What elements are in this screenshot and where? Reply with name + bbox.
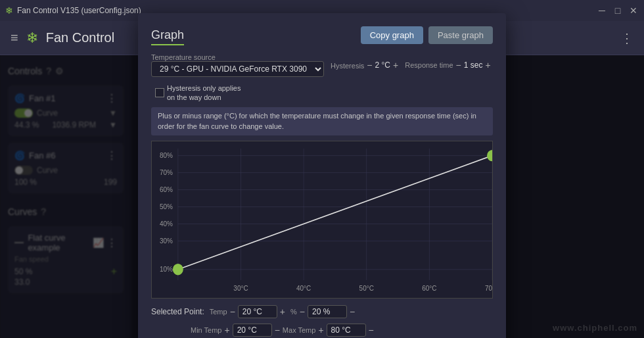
svg-point-27 — [488, 151, 492, 160]
title-bar-icon: ❄ — [5, 5, 13, 16]
title-bar-controls: ─ □ ✕ — [597, 5, 639, 16]
more-options-icon[interactable]: ⋮ — [620, 30, 633, 46]
percent-field-group: % − − — [290, 305, 355, 318]
temp-field-input[interactable] — [238, 305, 277, 318]
response-time-minus-btn[interactable]: − — [456, 60, 461, 70]
min-max-dash: − — [275, 325, 280, 335]
temp-plus-btn[interactable]: + — [280, 306, 285, 317]
svg-text:50%: 50% — [160, 203, 173, 210]
graph-svg: 80% 70% 60% 50% 40% 30% 10% 30°C 40°C 50… — [152, 141, 492, 298]
maximize-button[interactable]: □ — [612, 5, 623, 16]
percent-minus-btn[interactable]: − — [300, 306, 305, 317]
percent-minus-dash: − — [350, 306, 355, 317]
svg-text:30°C: 30°C — [233, 285, 248, 292]
title-bar-text: Fan Control V135 (userConfig.json) — [17, 6, 141, 15]
minimize-button[interactable]: ─ — [597, 5, 607, 16]
svg-text:40°C: 40°C — [296, 285, 311, 292]
title-bar-left: ❄ Fan Control V135 (userConfig.json) — [5, 5, 141, 16]
tooltip-bar: Plus or minus range (°C) for which the t… — [151, 107, 493, 135]
app-title: Fan Control — [46, 30, 115, 45]
svg-text:60°C: 60°C — [422, 285, 437, 292]
svg-text:50°C: 50°C — [359, 285, 375, 292]
percent-field-input[interactable] — [308, 305, 347, 318]
hysteresis-label: Hysteresis — [331, 59, 364, 71]
min-max-group: Min Temp + − Max Temp + − — [191, 324, 374, 337]
svg-text:80%: 80% — [160, 152, 173, 159]
temp-source-group: Temperature source 29 °C - GPU - NVIDIA … — [151, 55, 324, 77]
svg-text:40%: 40% — [160, 220, 173, 228]
selected-point-row: Selected Point: Temp − + % − − Min Temp … — [151, 305, 493, 337]
svg-text:70°C: 70°C — [485, 285, 492, 292]
svg-text:30%: 30% — [160, 237, 173, 245]
graph-area[interactable]: 80% 70% 60% 50% 40% 30% 10% 30°C 40°C 50… — [151, 141, 493, 299]
hysteresis-plus-btn[interactable]: + — [393, 60, 398, 70]
app-logo-icon: ❄ — [26, 30, 38, 47]
svg-text:70%: 70% — [160, 169, 173, 176]
menu-icon[interactable]: ≡ — [11, 30, 18, 45]
dialog-controls-row: Temperature source 29 °C - GPU - NVIDIA … — [151, 55, 493, 102]
hysteresis-minus-btn[interactable]: − — [367, 60, 372, 70]
dialog-overlay: Graph Copy graph Paste graph Temperature… — [0, 55, 644, 338]
temp-field-label: Temp — [210, 308, 227, 316]
tooltip-text: Plus or minus range (°C) for which the t… — [158, 112, 476, 130]
main-content: Controls ? ⚙ 🌀 Fan #1 ⋮ Curve ▼ 44.3 % 1… — [0, 55, 644, 338]
hysteresis-value: 2 °C — [375, 60, 390, 70]
response-time-plus-btn[interactable]: + — [485, 60, 490, 70]
min-temp-input[interactable] — [233, 324, 272, 337]
hysteresis-checkbox-group: Hysteresis only applies on the way down — [155, 84, 246, 103]
svg-text:60%: 60% — [160, 186, 173, 193]
graph-dialog: Graph Copy graph Paste graph Temperature… — [138, 55, 506, 338]
percent-field-label: % — [290, 308, 297, 316]
selected-point-label: Selected Point: — [151, 307, 204, 316]
response-time-value: 1 sec — [464, 60, 483, 70]
temp-minus-btn[interactable]: − — [230, 306, 235, 317]
temp-source-select[interactable]: 29 °C - GPU - NVIDIA GeForce RTX 3090 — [151, 61, 324, 77]
hysteresis-only-down-checkbox[interactable] — [155, 88, 164, 97]
max-temp-input[interactable] — [327, 324, 366, 337]
max-temp-plus-btn[interactable]: + — [318, 325, 323, 335]
max-temp-dash: − — [369, 325, 374, 335]
hysteresis-group: Hysteresis − 2 °C + — [331, 59, 398, 71]
response-time-group: Response time − 1 sec + — [405, 60, 490, 70]
temp-field-group: Temp − + — [210, 305, 285, 318]
max-temp-label: Max Temp — [283, 326, 316, 334]
svg-text:10%: 10% — [160, 266, 173, 273]
min-temp-label: Min Temp — [191, 326, 221, 334]
hysteresis-desc: Hysteresis only applies on the way down — [167, 84, 246, 103]
svg-point-26 — [173, 264, 183, 274]
min-temp-plus-btn[interactable]: + — [224, 325, 229, 335]
close-button[interactable]: ✕ — [628, 5, 639, 16]
